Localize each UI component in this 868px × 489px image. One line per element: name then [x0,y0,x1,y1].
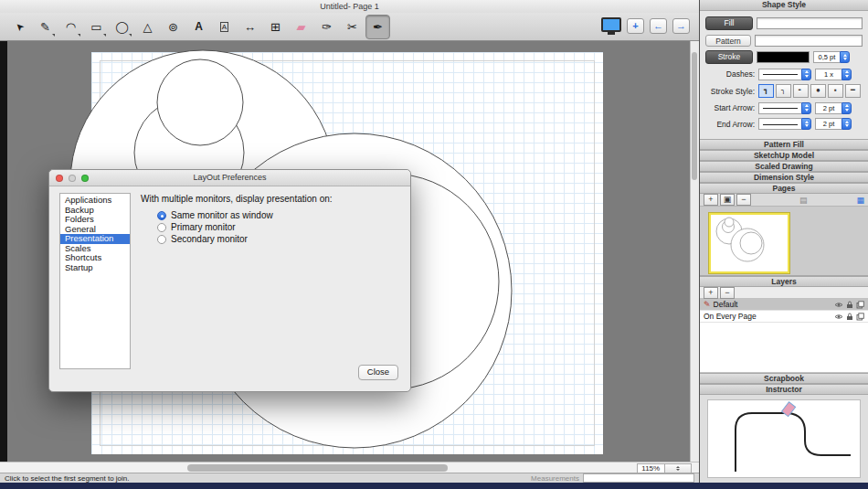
visibility-eye-icon[interactable] [834,302,843,308]
panel-header-pattern-fill[interactable]: Pattern Fill [700,139,868,150]
preferences-category-list[interactable]: Applications Backup Folders General Pres… [59,193,131,369]
stroke-style-miter-button[interactable]: ┓ [758,84,774,98]
stroke-style-butt-cap-button[interactable]: ╸ [793,84,809,98]
panel-header-scaled-drawing[interactable]: Scaled Drawing [700,161,868,172]
previous-page-button[interactable]: ← [650,18,667,34]
pages-list[interactable] [700,207,868,276]
next-page-button[interactable]: → [672,18,690,34]
radio-unselected-icon[interactable] [157,223,166,232]
panel-header-dimension-style[interactable]: Dimension Style [700,172,868,183]
visibility-eye-icon[interactable] [834,314,843,320]
arc-tool[interactable]: ◠ [58,15,83,39]
dialog-title-bar[interactable]: LayOut Preferences [49,170,410,186]
fill-button[interactable]: Fill [705,16,753,30]
grid-view-icon[interactable]: ▦ [856,196,864,205]
layer-row-default[interactable]: ✎ Default [700,299,868,311]
measurements-input[interactable] [583,473,694,483]
add-page-button[interactable]: + [627,18,644,34]
circle-tool[interactable]: ◯ [110,15,134,39]
stroke-button[interactable]: Stroke [705,50,753,64]
title-bar[interactable]: Untitled- Page 1 [0,0,699,13]
share-pages-icon[interactable] [856,313,864,321]
stepper-arrows-icon[interactable] [842,69,852,80]
table-tool[interactable]: ⊞ [263,15,288,39]
panel-header-sketchup-model[interactable]: SketchUp Model [700,150,868,161]
vertical-scrollbar[interactable] [690,41,699,462]
panel-header-instructor[interactable]: Instructor [700,384,868,395]
split-tool[interactable]: ✂ [340,15,365,39]
radio-primary-monitor[interactable]: Primary monitor [157,221,273,233]
fill-color-swatch[interactable] [757,17,863,29]
add-page-button[interactable]: + [704,194,718,206]
dropdown-arrows-icon[interactable] [801,118,811,130]
lock-icon[interactable] [846,313,853,321]
remove-page-button[interactable]: − [736,194,751,206]
stepper-arrows-icon[interactable] [842,118,852,130]
label-tool[interactable]: A [212,15,237,39]
radio-same-monitor[interactable]: Same monitor as window [157,209,273,221]
monitor-icon [601,17,621,32]
radio-unselected-icon[interactable] [157,235,166,244]
offset-tool[interactable]: ⊚ [161,15,185,39]
stepper-arrows-icon[interactable] [842,102,852,114]
style-tool[interactable]: ✑ [314,15,339,39]
end-arrow-dropdown[interactable] [758,118,811,130]
duplicate-page-button[interactable]: ▣ [720,194,735,206]
close-button[interactable]: Close [358,365,398,380]
polygon-tool[interactable]: △ [135,15,160,39]
zoom-stepper-icon[interactable] [664,464,692,473]
radio-secondary-monitor[interactable]: Secondary monitor [157,233,273,245]
start-presentation-button[interactable] [601,17,621,35]
join-tool[interactable]: ✒ [365,15,390,39]
stroke-style-square-cap-button[interactable]: ▪ [828,84,843,98]
dropdown-arrows-icon[interactable] [801,69,811,80]
radio-selected-icon[interactable] [157,211,166,220]
dimension-tool[interactable]: ↔ [238,15,262,39]
close-window-button[interactable] [56,175,63,182]
end-arrow-size-value: 2 pt [815,118,842,130]
dash-scale-stepper[interactable]: 1 x [815,69,852,80]
panel-header-shape-style[interactable]: Shape Style [700,0,868,11]
stroke-style-round-cap-button[interactable]: ● [810,84,826,98]
share-pages-icon[interactable] [856,301,864,309]
pref-item-shortcuts[interactable]: Shortcuts [60,253,130,263]
zoom-window-button[interactable] [81,175,89,182]
panel-header-layers[interactable]: Layers [700,276,868,287]
stroke-style-line-button[interactable]: ━ [845,84,861,98]
dashes-dropdown[interactable] [758,69,811,80]
pref-item-applications[interactable]: Applications [60,196,130,206]
minimize-window-button[interactable] [69,175,76,182]
pref-item-startup[interactable]: Startup [60,263,130,273]
start-arrow-size-stepper[interactable]: 2 pt [815,102,852,114]
line-tool[interactable]: ✎ [33,15,58,39]
pref-item-presentation[interactable]: Presentation [60,234,130,244]
stroke-color-swatch[interactable] [757,51,810,63]
select-tool[interactable]: ➤ [7,15,32,39]
text-tool[interactable]: A [186,15,211,39]
start-arrow-dropdown[interactable] [758,102,811,114]
panel-header-pages[interactable]: Pages [700,183,868,194]
pattern-button[interactable]: Pattern [705,35,751,47]
dropdown-arrows-icon[interactable] [801,102,811,114]
stroke-width-stepper[interactable]: 0,5 pt [813,51,850,63]
add-layer-button[interactable]: + [704,287,718,299]
remove-layer-button[interactable]: − [720,287,735,299]
page-thumbnail-selected[interactable] [709,213,789,273]
layer-name: Default [714,300,738,309]
eraser-icon: ▰ [297,20,306,34]
eraser-tool[interactable]: ▰ [289,15,313,39]
end-arrow-size-stepper[interactable]: 2 pt [815,118,852,130]
stepper-arrows-icon[interactable] [840,51,850,63]
layer-row-on-every-page[interactable]: On Every Page [700,311,868,323]
list-view-icon[interactable]: ▤ [799,196,808,205]
stroke-style-round-join-button[interactable]: ╮ [776,84,791,98]
horizontal-scrollbar-thumb[interactable] [187,464,448,472]
panel-header-scrapbook[interactable]: Scrapbook [700,373,868,384]
pattern-swatch[interactable] [755,35,863,47]
lock-icon[interactable] [846,301,853,309]
vertical-scrollbar-thumb[interactable] [692,52,697,180]
horizontal-scrollbar[interactable]: 115% [0,462,699,473]
circle-shape-small[interactable] [157,59,243,145]
pref-item-folders[interactable]: Folders [60,215,130,225]
rectangle-tool[interactable]: ▭ [84,15,109,39]
